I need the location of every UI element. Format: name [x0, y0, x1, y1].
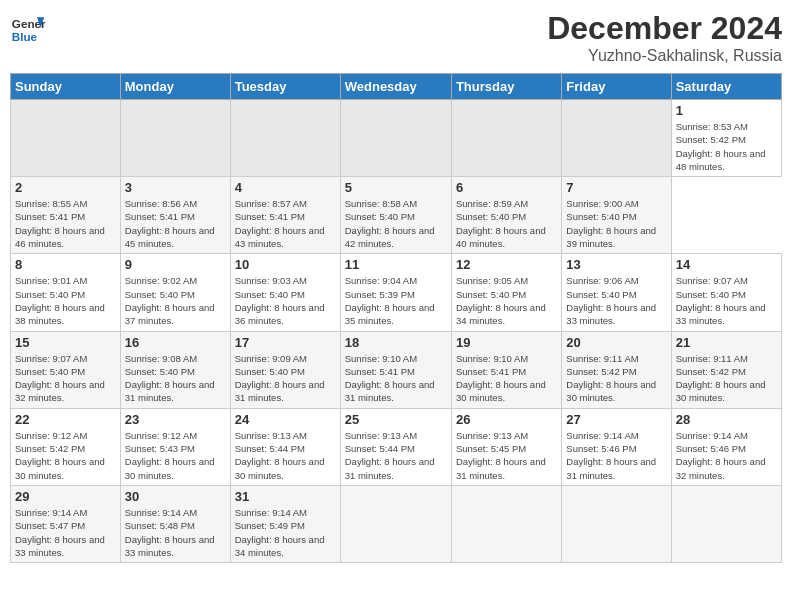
sunrise: Sunrise: 9:13 AM	[345, 430, 417, 441]
sunrise: Sunrise: 9:13 AM	[235, 430, 307, 441]
sunset: Sunset: 5:40 PM	[235, 366, 305, 377]
day-info: Sunrise: 9:14 AM Sunset: 5:46 PM Dayligh…	[676, 429, 777, 482]
sunset: Sunset: 5:41 PM	[456, 366, 526, 377]
day-number: 24	[235, 412, 336, 427]
day-info: Sunrise: 9:07 AM Sunset: 5:40 PM Dayligh…	[676, 274, 777, 327]
day-cell-1: 1 Sunrise: 8:53 AM Sunset: 5:42 PM Dayli…	[671, 100, 781, 177]
sunrise: Sunrise: 9:03 AM	[235, 275, 307, 286]
day-info: Sunrise: 8:55 AM Sunset: 5:41 PM Dayligh…	[15, 197, 116, 250]
day-number: 29	[15, 489, 116, 504]
day-number: 20	[566, 335, 666, 350]
sunrise: Sunrise: 9:06 AM	[566, 275, 638, 286]
calendar-week-2: 2 Sunrise: 8:55 AM Sunset: 5:41 PM Dayli…	[11, 177, 782, 254]
day-info: Sunrise: 9:06 AM Sunset: 5:40 PM Dayligh…	[566, 274, 666, 327]
calendar-week-4: 15 Sunrise: 9:07 AM Sunset: 5:40 PM Dayl…	[11, 331, 782, 408]
daylight: Daylight: 8 hours and 48 minutes.	[676, 148, 766, 172]
sunset: Sunset: 5:41 PM	[15, 211, 85, 222]
day-info: Sunrise: 9:00 AM Sunset: 5:40 PM Dayligh…	[566, 197, 666, 250]
day-header-sunday: Sunday	[11, 74, 121, 100]
day-info: Sunrise: 9:07 AM Sunset: 5:40 PM Dayligh…	[15, 352, 116, 405]
daylight: Daylight: 8 hours and 33 minutes.	[15, 534, 105, 558]
empty-cell	[340, 100, 451, 177]
sunset: Sunset: 5:40 PM	[566, 211, 636, 222]
sunrise: Sunrise: 9:11 AM	[566, 353, 638, 364]
daylight: Daylight: 8 hours and 45 minutes.	[125, 225, 215, 249]
day-info: Sunrise: 9:10 AM Sunset: 5:41 PM Dayligh…	[345, 352, 447, 405]
day-cell-4: 4 Sunrise: 8:57 AM Sunset: 5:41 PM Dayli…	[230, 177, 340, 254]
day-cell-20: 20 Sunrise: 9:11 AM Sunset: 5:42 PM Dayl…	[562, 331, 671, 408]
day-info: Sunrise: 8:57 AM Sunset: 5:41 PM Dayligh…	[235, 197, 336, 250]
day-cell-10: 10 Sunrise: 9:03 AM Sunset: 5:40 PM Dayl…	[230, 254, 340, 331]
sunset: Sunset: 5:40 PM	[345, 211, 415, 222]
empty-cell	[340, 485, 451, 562]
day-number: 19	[456, 335, 557, 350]
sunrise: Sunrise: 9:11 AM	[676, 353, 748, 364]
day-number: 2	[15, 180, 116, 195]
daylight: Daylight: 8 hours and 46 minutes.	[15, 225, 105, 249]
day-number: 18	[345, 335, 447, 350]
day-number: 21	[676, 335, 777, 350]
sunset: Sunset: 5:42 PM	[676, 134, 746, 145]
sunset: Sunset: 5:49 PM	[235, 520, 305, 531]
sunset: Sunset: 5:40 PM	[125, 289, 195, 300]
sunrise: Sunrise: 9:02 AM	[125, 275, 197, 286]
daylight: Daylight: 8 hours and 33 minutes.	[125, 534, 215, 558]
sunrise: Sunrise: 9:14 AM	[15, 507, 87, 518]
day-number: 8	[15, 257, 116, 272]
sunset: Sunset: 5:40 PM	[566, 289, 636, 300]
day-info: Sunrise: 9:11 AM Sunset: 5:42 PM Dayligh…	[676, 352, 777, 405]
sunset: Sunset: 5:44 PM	[345, 443, 415, 454]
sunset: Sunset: 5:40 PM	[456, 211, 526, 222]
day-info: Sunrise: 9:05 AM Sunset: 5:40 PM Dayligh…	[456, 274, 557, 327]
sunrise: Sunrise: 9:09 AM	[235, 353, 307, 364]
day-cell-11: 11 Sunrise: 9:04 AM Sunset: 5:39 PM Dayl…	[340, 254, 451, 331]
calendar-week-5: 22 Sunrise: 9:12 AM Sunset: 5:42 PM Dayl…	[11, 408, 782, 485]
empty-cell	[11, 100, 121, 177]
daylight: Daylight: 8 hours and 30 minutes.	[15, 456, 105, 480]
day-cell-7: 7 Sunrise: 9:00 AM Sunset: 5:40 PM Dayli…	[562, 177, 671, 254]
calendar-week-3: 8 Sunrise: 9:01 AM Sunset: 5:40 PM Dayli…	[11, 254, 782, 331]
day-cell-26: 26 Sunrise: 9:13 AM Sunset: 5:45 PM Dayl…	[451, 408, 561, 485]
day-number: 27	[566, 412, 666, 427]
day-cell-14: 14 Sunrise: 9:07 AM Sunset: 5:40 PM Dayl…	[671, 254, 781, 331]
daylight: Daylight: 8 hours and 31 minutes.	[345, 379, 435, 403]
daylight: Daylight: 8 hours and 30 minutes.	[676, 379, 766, 403]
day-cell-29: 29 Sunrise: 9:14 AM Sunset: 5:47 PM Dayl…	[11, 485, 121, 562]
day-header-thursday: Thursday	[451, 74, 561, 100]
day-info: Sunrise: 9:13 AM Sunset: 5:44 PM Dayligh…	[345, 429, 447, 482]
day-info: Sunrise: 9:14 AM Sunset: 5:46 PM Dayligh…	[566, 429, 666, 482]
sunset: Sunset: 5:42 PM	[566, 366, 636, 377]
calendar-table: SundayMondayTuesdayWednesdayThursdayFrid…	[10, 73, 782, 563]
logo: General Blue	[10, 10, 46, 46]
daylight: Daylight: 8 hours and 30 minutes.	[235, 456, 325, 480]
day-header-monday: Monday	[120, 74, 230, 100]
day-cell-28: 28 Sunrise: 9:14 AM Sunset: 5:46 PM Dayl…	[671, 408, 781, 485]
empty-cell	[120, 100, 230, 177]
page-header: General Blue December 2024 Yuzhno-Sakhal…	[10, 10, 782, 65]
day-info: Sunrise: 9:08 AM Sunset: 5:40 PM Dayligh…	[125, 352, 226, 405]
sunrise: Sunrise: 9:00 AM	[566, 198, 638, 209]
day-info: Sunrise: 9:04 AM Sunset: 5:39 PM Dayligh…	[345, 274, 447, 327]
empty-cell	[451, 100, 561, 177]
day-cell-12: 12 Sunrise: 9:05 AM Sunset: 5:40 PM Dayl…	[451, 254, 561, 331]
daylight: Daylight: 8 hours and 37 minutes.	[125, 302, 215, 326]
day-number: 22	[15, 412, 116, 427]
empty-cell	[451, 485, 561, 562]
sunrise: Sunrise: 9:14 AM	[676, 430, 748, 441]
day-header-tuesday: Tuesday	[230, 74, 340, 100]
daylight: Daylight: 8 hours and 34 minutes.	[235, 534, 325, 558]
svg-text:Blue: Blue	[12, 30, 38, 43]
day-info: Sunrise: 8:56 AM Sunset: 5:41 PM Dayligh…	[125, 197, 226, 250]
sunset: Sunset: 5:41 PM	[345, 366, 415, 377]
day-number: 17	[235, 335, 336, 350]
sunset: Sunset: 5:41 PM	[235, 211, 305, 222]
day-cell-31: 31 Sunrise: 9:14 AM Sunset: 5:49 PM Dayl…	[230, 485, 340, 562]
day-info: Sunrise: 8:58 AM Sunset: 5:40 PM Dayligh…	[345, 197, 447, 250]
day-cell-19: 19 Sunrise: 9:10 AM Sunset: 5:41 PM Dayl…	[451, 331, 561, 408]
day-info: Sunrise: 9:09 AM Sunset: 5:40 PM Dayligh…	[235, 352, 336, 405]
daylight: Daylight: 8 hours and 31 minutes.	[566, 456, 656, 480]
day-number: 31	[235, 489, 336, 504]
calendar-title: December 2024	[547, 10, 782, 47]
day-number: 12	[456, 257, 557, 272]
sunrise: Sunrise: 9:12 AM	[125, 430, 197, 441]
